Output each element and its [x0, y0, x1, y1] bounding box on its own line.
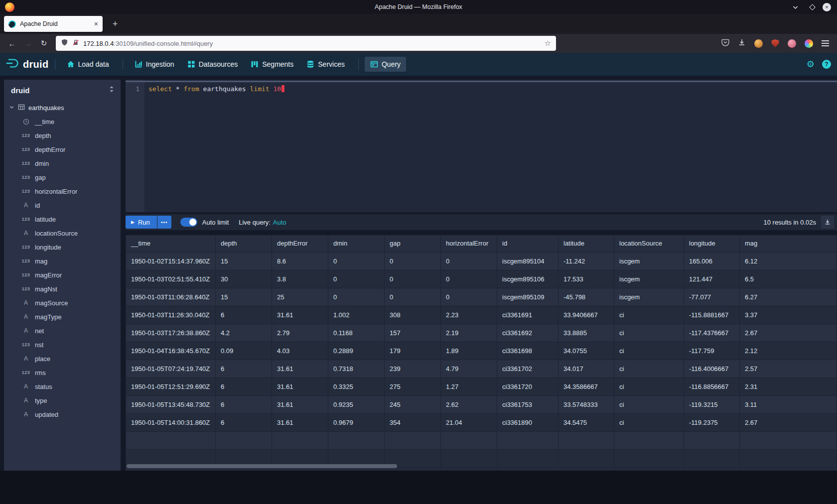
druid-brand[interactable]: druid — [6, 58, 49, 71]
sidebar-column-place[interactable]: Aplace — [4, 352, 121, 366]
cell[interactable]: 1950-01-05T12:51:29.690Z — [126, 378, 216, 395]
cell[interactable]: 1950-01-02T15:14:37.960Z — [126, 252, 216, 270]
cell[interactable]: 0 — [441, 288, 497, 306]
cell[interactable]: 6 — [216, 395, 272, 413]
column-header-latitude[interactable]: latitude — [558, 235, 614, 252]
cell[interactable]: 4.2 — [216, 324, 272, 342]
cell[interactable]: ci3361698 — [497, 342, 558, 360]
cell[interactable]: 0.9679 — [328, 413, 385, 431]
pocket-icon[interactable] — [721, 38, 729, 48]
cell[interactable]: 34.0755 — [558, 342, 614, 360]
forward-button[interactable]: → — [21, 36, 35, 50]
cell[interactable]: 0 — [328, 252, 385, 270]
cell[interactable]: ci — [614, 324, 684, 342]
cell[interactable]: 157 — [385, 324, 441, 342]
column-header-locationSource[interactable]: locationSource — [614, 235, 684, 252]
nav-ingestion[interactable]: Ingestion — [129, 57, 180, 72]
sidebar-column-status[interactable]: Astatus — [4, 379, 121, 393]
sidebar-column-locationSource[interactable]: AlocationSource — [4, 226, 121, 240]
cell[interactable]: 6 — [216, 413, 272, 431]
insecure-lock-icon[interactable] — [72, 39, 79, 48]
sidebar-column-__time[interactable]: __time — [4, 115, 121, 128]
cell[interactable]: 8.6 — [272, 252, 328, 270]
cell[interactable]: 1950-01-03T02:51:55.410Z — [126, 270, 216, 288]
nav-segments[interactable]: Segments — [245, 57, 299, 72]
cell[interactable]: 0 — [385, 252, 441, 270]
cell[interactable]: 31.61 — [272, 395, 328, 413]
cell[interactable]: 6 — [216, 306, 272, 324]
cell[interactable]: 1950-01-03T11:06:28.640Z — [126, 288, 216, 306]
sidebar-column-magNst[interactable]: 123magNst — [4, 282, 121, 296]
cell[interactable]: 1950-01-05T14:00:31.860Z — [126, 413, 216, 431]
cell[interactable]: 30 — [216, 270, 272, 288]
cell[interactable]: ci3361753 — [497, 395, 558, 413]
cell[interactable]: 0 — [328, 288, 385, 306]
cell[interactable]: 2.12 — [740, 342, 837, 360]
cell[interactable]: 0.2889 — [328, 342, 385, 360]
window-minimize-icon[interactable] — [788, 0, 802, 14]
sidebar-column-type[interactable]: Atype — [4, 393, 121, 407]
sql-code-line[interactable]: select * from earthquakes limit 10 — [144, 80, 284, 212]
column-header-mag[interactable]: mag — [740, 235, 837, 252]
cell[interactable]: 31.61 — [272, 306, 328, 324]
cell[interactable]: 31.61 — [272, 378, 328, 395]
cell[interactable]: 2.19 — [441, 324, 497, 342]
sidebar-column-depth[interactable]: 123depth — [4, 128, 121, 142]
sidebar-column-updated[interactable]: Aupdated — [4, 407, 121, 421]
sidebar-column-net[interactable]: Anet — [4, 324, 121, 338]
sidebar-column-magError[interactable]: 123magError — [4, 268, 121, 282]
cell[interactable]: ci3361692 — [497, 324, 558, 342]
cell[interactable]: 0.9235 — [328, 395, 385, 413]
cell[interactable]: 25 — [272, 288, 328, 306]
reload-button[interactable]: ↻ — [37, 36, 51, 50]
cell[interactable]: -45.798 — [558, 288, 614, 306]
cell[interactable]: iscgem — [614, 288, 684, 306]
account-avatar[interactable] — [754, 39, 763, 48]
column-header-horizontalError[interactable]: horizontalError — [441, 235, 497, 252]
column-header-longitude[interactable]: longitude — [684, 235, 740, 252]
cell[interactable]: -119.2375 — [684, 413, 740, 431]
extension-pinwheel-icon[interactable] — [805, 39, 813, 48]
cell[interactable]: 245 — [385, 395, 441, 413]
new-tab-button[interactable]: + — [109, 19, 122, 29]
cell[interactable]: 0 — [441, 252, 497, 270]
sidebar-column-latitude[interactable]: 123latitude — [4, 212, 121, 226]
window-maximize-icon[interactable] — [809, 4, 816, 10]
sidebar-column-id[interactable]: Aid — [4, 198, 121, 212]
sidebar-column-longitude[interactable]: 123longitude — [4, 240, 121, 254]
cell[interactable]: 6.27 — [740, 288, 837, 306]
cell[interactable]: 4.03 — [272, 342, 328, 360]
cell[interactable]: 2.23 — [441, 306, 497, 324]
cell[interactable]: 121.447 — [684, 270, 740, 288]
cell[interactable]: 239 — [385, 360, 441, 378]
url-text[interactable]: 172.18.0.4:30109/unified-console.html#qu… — [83, 40, 541, 47]
cell[interactable]: 0 — [385, 288, 441, 306]
cell[interactable]: 3.11 — [740, 395, 837, 413]
sidebar-column-mag[interactable]: 123mag — [4, 254, 121, 268]
cell[interactable]: 1950-01-04T16:38:45.670Z — [126, 342, 216, 360]
cell[interactable]: 165.006 — [684, 252, 740, 270]
cell[interactable]: 6 — [216, 378, 272, 395]
cell[interactable]: iscgem895109 — [497, 288, 558, 306]
cell[interactable]: iscgem — [614, 252, 684, 270]
cell[interactable]: 4.79 — [441, 360, 497, 378]
downloads-icon[interactable] — [738, 38, 746, 48]
cell[interactable]: 2.57 — [740, 360, 837, 378]
cell[interactable]: 1950-01-05T13:45:48.730Z — [126, 395, 216, 413]
column-header-__time[interactable]: __time — [126, 235, 216, 252]
cell[interactable]: -117.759 — [684, 342, 740, 360]
cell[interactable]: ci3361702 — [497, 360, 558, 378]
cell[interactable]: ci3361890 — [497, 413, 558, 431]
cell[interactable]: 308 — [385, 306, 441, 324]
column-header-gap[interactable]: gap — [385, 235, 441, 252]
gear-icon[interactable]: ⚙ — [807, 60, 815, 69]
cell[interactable]: 275 — [385, 378, 441, 395]
cell[interactable]: 1.002 — [328, 306, 385, 324]
cell[interactable]: 1950-01-05T07:24:19.740Z — [126, 360, 216, 378]
cell[interactable]: 0.09 — [216, 342, 272, 360]
cell[interactable]: ci — [614, 395, 684, 413]
cell[interactable]: -116.8856667 — [684, 378, 740, 395]
cell[interactable]: 34.3586667 — [558, 378, 614, 395]
sidebar-column-nst[interactable]: 123nst — [4, 338, 121, 352]
cell[interactable]: ci — [614, 342, 684, 360]
